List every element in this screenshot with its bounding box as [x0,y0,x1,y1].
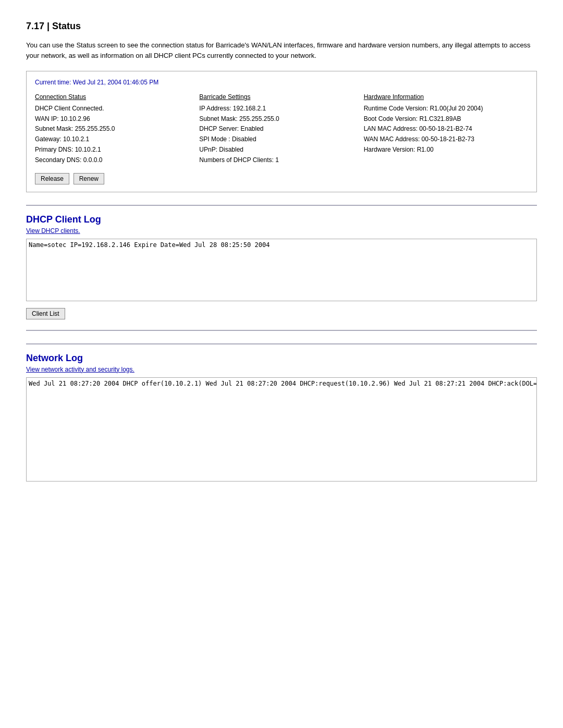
bs-line-5: UPnP: Disabled [199,145,363,155]
hardware-info-col: Hardware Information Runtime Code Versio… [364,92,528,166]
bs-line-1: IP Address: 192.168.2.1 [199,104,363,114]
hi-line-2: Boot Code Version: R1.C321.89AB [364,114,528,125]
bs-line-4: SPI Mode : Disabled [199,134,363,145]
barricade-settings-lines: IP Address: 192.168.2.1 Subnet Mask: 255… [199,104,363,166]
status-section: Current time: Wed Jul 21, 2004 01:46:05 … [26,71,537,192]
status-grid: Connection Status DHCP Client Connected.… [35,92,528,166]
cs-line-1: DHCP Client Connected. [35,104,199,114]
cs-line-4: Gateway: 10.10.2.1 [35,134,199,145]
cs-line-3: Subnet Mask: 255.255.255.0 [35,124,199,134]
dhcp-client-log-section: DHCP Client Log View DHCP clients. Clien… [26,205,537,331]
hi-line-4: WAN MAC Address: 00-50-18-21-B2-73 [364,134,528,145]
hardware-info-lines: Runtime Code Version: R1.00(Jul 20 2004)… [364,104,528,155]
hi-line-5: Hardware Version: R1.00 [364,145,528,155]
page-title: 7.17 | Status [26,21,537,32]
dhcp-log-title: DHCP Client Log [26,214,537,225]
client-list-button[interactable]: Client List [26,308,65,319]
connection-status-col: Connection Status DHCP Client Connected.… [35,92,199,166]
connection-status-header: Connection Status [35,92,199,103]
connection-status-lines: DHCP Client Connected. WAN IP: 10.10.2.9… [35,104,199,166]
barricade-settings-header: Barricade Settings [199,92,363,103]
bs-line-3: DHCP Server: Enabled [199,124,363,134]
hardware-info-header: Hardware Information [364,92,528,103]
cs-line-2: WAN IP: 10.10.2.96 [35,114,199,125]
barricade-settings-col: Barricade Settings IP Address: 192.168.2… [199,92,363,166]
release-button[interactable]: Release [35,173,69,184]
network-log-title: Network Log [26,353,537,364]
hi-line-3: LAN MAC Address: 00-50-18-21-B2-74 [364,124,528,134]
network-log-textarea[interactable] [26,377,537,482]
status-buttons: Release Renew [35,173,528,184]
dhcp-log-subtitle: View DHCP clients. [26,227,537,235]
network-log-subtitle: View network activity and security logs. [26,366,537,373]
intro-text: You can use the Status screen to see the… [26,40,537,60]
bs-line-2: Subnet Mask: 255.255.255.0 [199,114,363,125]
cs-line-5: Primary DNS: 10.10.2.1 [35,145,199,155]
hi-line-1: Runtime Code Version: R1.00(Jul 20 2004) [364,104,528,114]
cs-line-6: Secondary DNS: 0.0.0.0 [35,155,199,166]
bs-line-6: Numbers of DHCP Clients: 1 [199,155,363,166]
network-log-section: Network Log View network activity and se… [26,343,537,499]
renew-button[interactable]: Renew [74,173,104,184]
current-time: Current time: Wed Jul 21, 2004 01:46:05 … [35,79,528,86]
dhcp-log-textarea[interactable] [26,239,537,301]
